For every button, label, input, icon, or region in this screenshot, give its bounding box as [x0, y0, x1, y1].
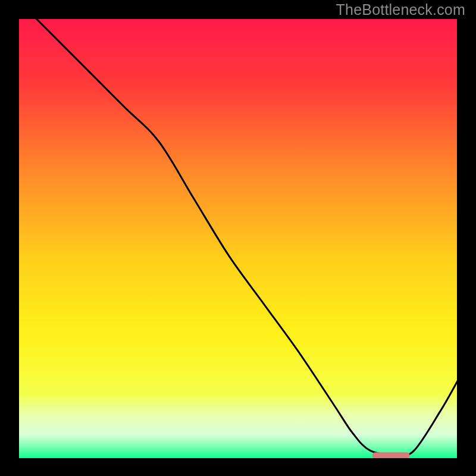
optimal-marker	[372, 452, 410, 458]
watermark-text: TheBottleneck.com	[336, 1, 465, 18]
chart-stage: TheBottleneck.com	[0, 0, 476, 476]
chart-svg	[0, 0, 476, 476]
gradient-background	[18, 18, 458, 459]
